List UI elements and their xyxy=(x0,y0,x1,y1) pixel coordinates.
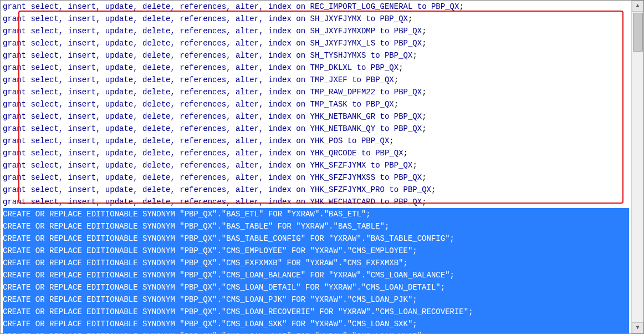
grant-line[interactable]: grant select, insert, update, delete, re… xyxy=(3,123,629,135)
synonym-line[interactable]: CREATE OR REPLACE EDITIONABLE SYNONYM "P… xyxy=(3,330,629,333)
triangle-down-icon: ▼ xyxy=(636,322,639,334)
grant-line[interactable]: grant select, insert, update, delete, re… xyxy=(3,171,629,184)
synonym-line[interactable]: CREATE OR REPLACE EDITIONABLE SYNONYM "P… xyxy=(3,306,629,318)
grant-line[interactable]: grant select, insert, update, delete, re… xyxy=(3,49,629,62)
grant-line[interactable]: grant select, insert, update, delete, re… xyxy=(3,196,629,208)
grant-line[interactable]: grant select, insert, update, delete, re… xyxy=(3,159,629,171)
synonym-line[interactable]: CREATE OR REPLACE EDITIONABLE SYNONYM "P… xyxy=(3,208,629,220)
scrollbar-thumb[interactable] xyxy=(633,13,643,52)
grant-line[interactable]: grant select, insert, update, delete, re… xyxy=(3,135,629,147)
grant-line[interactable]: grant select, insert, update, delete, re… xyxy=(3,37,629,49)
synonym-line[interactable]: CREATE OR REPLACE EDITIONABLE SYNONYM "P… xyxy=(3,257,629,269)
synonym-line[interactable]: CREATE OR REPLACE EDITIONABLE SYNONYM "P… xyxy=(3,281,629,293)
grant-line[interactable]: grant select, insert, update, delete, re… xyxy=(3,110,629,123)
triangle-up-icon: ▲ xyxy=(636,0,639,12)
grant-line[interactable]: grant select, insert, update, delete, re… xyxy=(3,25,629,37)
synonym-line[interactable]: CREATE OR REPLACE EDITIONABLE SYNONYM "P… xyxy=(3,220,629,232)
grant-line[interactable]: grant select, insert, update, delete, re… xyxy=(3,98,629,110)
synonym-line[interactable]: CREATE OR REPLACE EDITIONABLE SYNONYM "P… xyxy=(3,245,629,257)
vertical-scrollbar[interactable]: ▲ ▼ xyxy=(631,1,643,333)
editor-window: grant select, insert, update, delete, re… xyxy=(0,0,644,334)
synonym-line[interactable]: CREATE OR REPLACE EDITIONABLE SYNONYM "P… xyxy=(3,232,629,245)
grant-line[interactable]: grant select, insert, update, delete, re… xyxy=(3,1,629,13)
synonym-line[interactable]: CREATE OR REPLACE EDITIONABLE SYNONYM "P… xyxy=(3,318,629,330)
grant-line[interactable]: grant select, insert, update, delete, re… xyxy=(3,184,629,196)
synonym-line[interactable]: CREATE OR REPLACE EDITIONABLE SYNONYM "P… xyxy=(3,293,629,306)
grant-line[interactable]: grant select, insert, update, delete, re… xyxy=(3,86,629,98)
scroll-down-button[interactable]: ▼ xyxy=(632,322,643,333)
grant-line[interactable]: grant select, insert, update, delete, re… xyxy=(3,74,629,86)
code-editor[interactable]: grant select, insert, update, delete, re… xyxy=(1,1,631,333)
synonym-line[interactable]: CREATE OR REPLACE EDITIONABLE SYNONYM "P… xyxy=(3,269,629,281)
grant-line[interactable]: grant select, insert, update, delete, re… xyxy=(3,13,629,25)
scroll-up-button[interactable]: ▲ xyxy=(632,1,643,12)
grant-line[interactable]: grant select, insert, update, delete, re… xyxy=(3,62,629,74)
grant-line[interactable]: grant select, insert, update, delete, re… xyxy=(3,147,629,159)
